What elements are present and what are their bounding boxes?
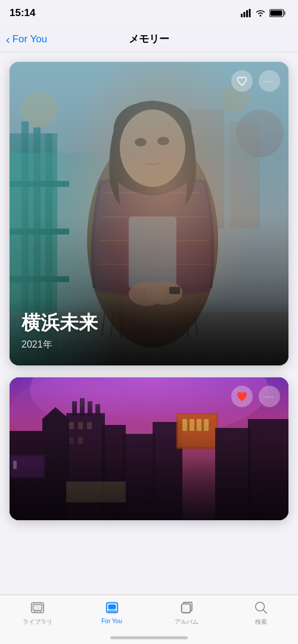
svg-rect-2 (246, 10, 248, 17)
svg-rect-56 (78, 437, 83, 444)
home-indicator (110, 636, 188, 639)
svg-point-86 (255, 602, 264, 611)
albums-tab-label: アルバム (175, 618, 198, 626)
heart-icon-1 (237, 76, 247, 86)
svg-rect-67 (248, 419, 288, 520)
svg-rect-69 (11, 457, 44, 477)
svg-rect-52 (69, 422, 74, 429)
svg-point-32 (157, 137, 169, 145)
svg-rect-45 (10, 431, 42, 520)
memory-card-1[interactable]: ··· 横浜未来 2021年 (10, 62, 288, 365)
svg-rect-3 (249, 9, 251, 17)
svg-point-76 (36, 610, 38, 612)
foryou-tab-icon (104, 600, 120, 615)
svg-point-9 (21, 92, 57, 127)
card-1-actions: ··· (231, 70, 280, 92)
card-1-text: 横浜未来 2021年 (10, 298, 288, 365)
svg-rect-50 (88, 401, 92, 416)
back-label: For You (13, 33, 48, 45)
svg-rect-6 (284, 11, 286, 15)
card-1-subtitle: 2021年 (21, 339, 277, 351)
svg-rect-47 (66, 413, 105, 520)
memory-card-2[interactable]: ··· (10, 377, 288, 520)
tab-library[interactable]: ライブラリ (14, 600, 61, 626)
card-2-like-button[interactable] (231, 386, 253, 407)
ellipsis-icon-2: ··· (265, 392, 274, 401)
svg-point-4 (260, 15, 262, 17)
card-1-more-button[interactable]: ··· (259, 70, 280, 92)
tab-search[interactable]: 検索 (237, 600, 285, 626)
svg-rect-65 (204, 419, 209, 431)
svg-rect-84 (181, 604, 190, 613)
status-time: 15:14 (10, 7, 35, 19)
battery-icon (269, 9, 286, 17)
svg-line-87 (263, 610, 266, 613)
nav-bar: ‹ For You メモリー (0, 26, 298, 52)
svg-rect-19 (10, 276, 69, 282)
status-bar: 15:14 (0, 0, 298, 26)
card-1-like-button[interactable] (231, 70, 253, 92)
svg-rect-53 (78, 422, 83, 429)
search-tab-label: 検索 (255, 618, 267, 626)
chevron-left-icon: ‹ (6, 33, 10, 45)
card-2-more-button[interactable]: ··· (259, 386, 280, 407)
svg-rect-64 (197, 419, 201, 431)
heart-filled-icon-2 (237, 392, 247, 401)
svg-rect-49 (80, 398, 85, 416)
search-tab-icon (253, 600, 269, 615)
card-2-actions: ··· (231, 386, 280, 407)
main-content: ··· 横浜未来 2021年 (0, 52, 298, 595)
svg-rect-17 (10, 181, 69, 187)
back-button[interactable]: ‹ For You (6, 33, 47, 45)
svg-rect-22 (230, 121, 260, 229)
ellipsis-icon-1: ··· (265, 77, 274, 85)
svg-point-44 (10, 377, 129, 449)
svg-rect-35 (169, 287, 180, 294)
svg-rect-46 (42, 419, 69, 520)
svg-rect-21 (188, 110, 224, 229)
svg-point-12 (15, 139, 39, 163)
svg-rect-55 (69, 437, 74, 444)
card-1-title: 横浜未来 (21, 310, 277, 336)
signal-icon (241, 9, 252, 17)
svg-rect-74 (33, 604, 42, 610)
svg-rect-7 (271, 11, 283, 16)
svg-rect-61 (178, 415, 216, 447)
svg-rect-71 (66, 482, 126, 502)
svg-rect-70 (13, 461, 17, 469)
wifi-icon (255, 9, 266, 17)
svg-rect-28 (129, 217, 176, 288)
svg-point-10 (236, 110, 284, 157)
svg-rect-63 (190, 419, 194, 431)
svg-rect-51 (95, 404, 100, 416)
svg-rect-60 (176, 413, 218, 449)
svg-rect-54 (87, 422, 92, 429)
svg-point-29 (114, 104, 191, 193)
svg-rect-1 (244, 12, 246, 17)
svg-point-77 (39, 610, 41, 612)
svg-point-30 (120, 110, 185, 187)
tab-foryou[interactable]: For You (88, 600, 136, 624)
svg-point-31 (135, 138, 147, 146)
svg-rect-57 (102, 425, 126, 520)
albums-tab-icon (179, 600, 194, 615)
tab-albums[interactable]: アルバム (163, 600, 210, 626)
svg-rect-66 (215, 428, 251, 520)
svg-point-75 (33, 610, 35, 612)
library-tab-label: ライブラリ (23, 618, 52, 626)
svg-rect-18 (10, 229, 69, 235)
library-tab-icon (30, 600, 45, 615)
svg-rect-79 (108, 604, 116, 609)
svg-rect-68 (10, 455, 45, 479)
foryou-tab-label: For You (101, 618, 122, 624)
svg-rect-62 (182, 419, 187, 431)
status-icons (241, 9, 286, 17)
svg-rect-59 (153, 422, 182, 520)
svg-rect-58 (123, 434, 156, 520)
svg-rect-48 (72, 401, 77, 416)
page-title: メモリー (129, 32, 169, 46)
svg-rect-0 (241, 14, 243, 17)
